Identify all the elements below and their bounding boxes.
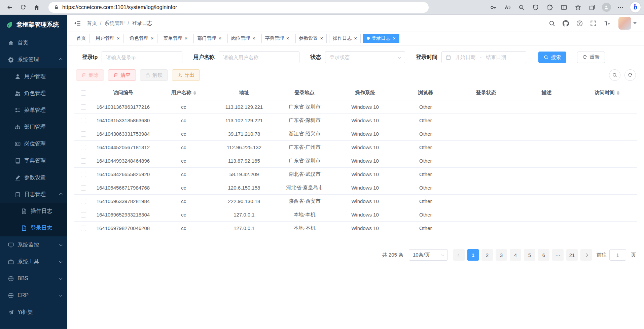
view-tab[interactable]: 操作日志 × (329, 34, 361, 43)
end-date[interactable]: 结束日期 (486, 54, 506, 61)
view-tab[interactable]: 岗位管理 × (227, 34, 259, 43)
row-checkbox[interactable] (81, 118, 86, 123)
tab-close-icon[interactable]: × (185, 36, 188, 41)
start-date[interactable]: 开始日期 (455, 54, 475, 61)
table-row[interactable]: 1641069652933218304 cc 127.0.0.1 本地-本机 W… (74, 208, 637, 222)
passwords-button[interactable] (487, 1, 500, 13)
sidebar-item[interactable]: BBS (0, 270, 67, 287)
clear-button[interactable]: 清空 (108, 69, 136, 81)
page-number-button[interactable]: 6 (538, 249, 549, 261)
sidebar-item[interactable]: 系统监控 (0, 236, 67, 253)
row-checkbox[interactable] (81, 104, 86, 110)
page-number-button[interactable]: 1 (467, 249, 479, 261)
view-tab[interactable]: 登录日志 × (363, 34, 399, 43)
sidebar-item[interactable]: 字典管理 (0, 152, 67, 169)
page-number-button[interactable]: 4 (510, 249, 521, 261)
favorites-button[interactable] (572, 1, 584, 13)
user-menu[interactable] (618, 17, 637, 30)
sidebar-item[interactable]: 操作日志 (0, 203, 67, 220)
browser-home-button[interactable] (30, 1, 43, 13)
table-row[interactable]: 1641031533185863680 cc 113.102.129.221 广… (74, 114, 637, 127)
row-checkbox[interactable] (81, 212, 86, 218)
col-visit-time[interactable]: 访问时间 (577, 90, 637, 96)
row-checkbox[interactable] (81, 131, 86, 137)
row-checkbox[interactable] (81, 172, 86, 177)
tab-close-icon[interactable]: × (354, 36, 357, 41)
col-visit-id[interactable]: 访问编号 (93, 90, 153, 96)
breadcrumb-item[interactable]: 首页 (87, 20, 97, 27)
sidebar-item[interactable]: 系统工具 (0, 253, 67, 270)
bing-copilot-button[interactable]: b (630, 2, 641, 12)
extensions-button[interactable] (543, 1, 556, 13)
tab-close-icon[interactable]: × (252, 36, 255, 41)
row-checkbox[interactable] (81, 185, 86, 191)
table-row[interactable]: 1641031367863177216 cc 113.102.129.221 广… (74, 100, 637, 114)
view-tab[interactable]: 参数设置 × (295, 34, 327, 43)
view-tab[interactable]: 用户管理 × (92, 34, 123, 43)
col-browser[interactable]: 浏览器 (395, 90, 456, 96)
font-size-button[interactable] (602, 18, 612, 29)
view-tab[interactable]: 菜单管理 × (160, 34, 191, 43)
sidebar-item[interactable]: ERP (0, 287, 67, 304)
github-button[interactable] (561, 18, 571, 29)
tab-close-icon[interactable]: × (117, 36, 120, 41)
back-button[interactable] (3, 1, 16, 13)
split-screen-button[interactable] (558, 1, 570, 13)
login-ip-input[interactable] (102, 51, 182, 63)
col-login-status[interactable]: 登录状态 (456, 90, 516, 96)
page-number-button[interactable]: 21 (566, 249, 578, 261)
col-location[interactable]: 登录地点 (274, 90, 335, 96)
col-address[interactable]: 地址 (214, 90, 275, 96)
profile-button[interactable] (600, 1, 613, 13)
sidebar-item[interactable]: 部门管理 (0, 119, 67, 135)
sidebar-item[interactable]: Yi框架 (0, 304, 67, 321)
sidebar-item[interactable]: 岗位管理 (0, 135, 67, 152)
sidebar-item[interactable]: 登录日志 (0, 220, 67, 236)
row-checkbox[interactable] (81, 199, 86, 204)
prev-page-button[interactable] (453, 249, 465, 261)
export-button[interactable]: 导出 (172, 69, 200, 81)
row-checkbox[interactable] (81, 145, 86, 150)
view-tab[interactable]: 角色管理 × (126, 34, 157, 43)
page-size-select[interactable]: 10条/页 (409, 249, 448, 261)
show-search-button[interactable] (609, 69, 620, 81)
table-row[interactable]: 1641044993248464896 cc 113.87.92.165 广东省… (74, 154, 637, 168)
unlock-button[interactable]: 解锁 (140, 69, 168, 81)
refresh-table-button[interactable] (624, 69, 636, 81)
next-page-button[interactable] (580, 249, 592, 261)
help-button[interactable] (574, 18, 585, 29)
more-menu-button[interactable] (614, 1, 627, 13)
read-aloud-button[interactable] (501, 1, 514, 13)
table-row[interactable]: 1641069798270046208 cc 127.0.0.1 本地-本机 W… (74, 222, 637, 235)
table-row[interactable]: 1641054566717984768 cc 120.6.150.158 河北省… (74, 181, 637, 195)
page-number-button[interactable]: 2 (481, 249, 493, 261)
row-checkbox[interactable] (81, 226, 86, 231)
table-row[interactable]: 1641053426655825920 cc 58.19.42.209 湖北省-… (74, 168, 637, 181)
tab-close-icon[interactable]: × (320, 36, 323, 41)
search-button[interactable]: 搜索 (538, 52, 566, 63)
page-number-button[interactable]: 3 (496, 249, 507, 261)
page-number-button[interactable]: ··· (552, 249, 564, 261)
address-bar[interactable]: https://ccnetcore.com:1101/system/log/lo… (48, 2, 429, 13)
breadcrumb-item[interactable]: 系统管理 (97, 20, 124, 27)
status-select[interactable]: 登录状态 (325, 51, 405, 63)
sidebar-item[interactable]: 角色管理 (0, 85, 67, 102)
collections-button[interactable] (586, 1, 599, 13)
sidebar-toggle[interactable] (72, 18, 83, 29)
sidebar-item[interactable]: 菜单管理 (0, 102, 67, 119)
username-input[interactable] (219, 51, 299, 63)
header-search-button[interactable] (547, 18, 557, 29)
tab-close-icon[interactable]: × (393, 36, 396, 41)
select-all-checkbox[interactable] (81, 90, 86, 96)
sidebar-item[interactable]: 用户管理 (0, 68, 67, 85)
zoom-button[interactable] (515, 1, 528, 13)
goto-page-input[interactable] (609, 249, 626, 261)
tab-close-icon[interactable]: × (286, 36, 289, 41)
sidebar-item[interactable]: 系统管理 (0, 51, 67, 68)
reload-button[interactable] (17, 1, 30, 13)
login-time-range-picker[interactable]: 开始日期 - 结束日期 (441, 51, 526, 63)
sort-icons[interactable] (617, 91, 619, 95)
security-button[interactable] (529, 1, 542, 13)
breadcrumb-item[interactable]: 登录日志 (124, 20, 152, 27)
sidebar-item[interactable]: 首页 (0, 34, 67, 51)
